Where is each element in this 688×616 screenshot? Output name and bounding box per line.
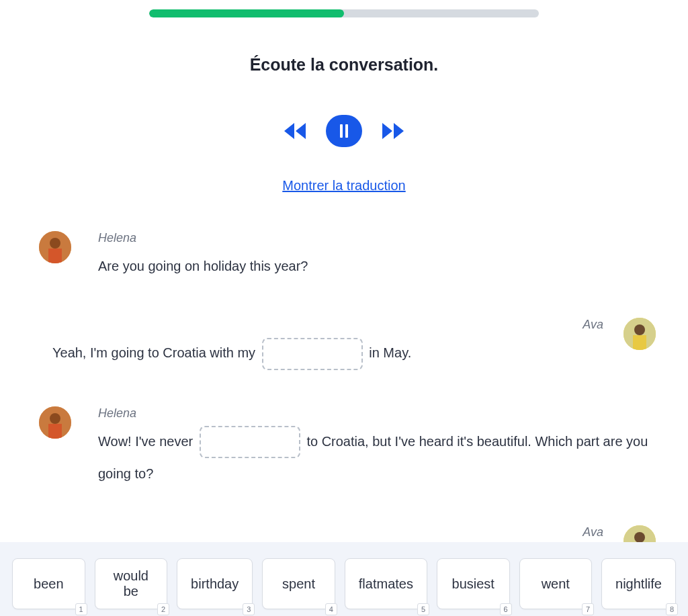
svg-point-3: [50, 238, 60, 249]
message-content: Ava Yeah, I'm going to Croatia with my i…: [39, 318, 603, 370]
message-helena-2: Helena Wow! I've never to Croatia, but I…: [39, 406, 656, 490]
word-label: busiest: [452, 576, 494, 591]
text-fragment: in May.: [366, 345, 412, 360]
svg-point-9: [50, 413, 60, 424]
word-chip-flatmates[interactable]: flatmates 5: [345, 558, 427, 609]
word-chip-been[interactable]: been 1: [12, 558, 85, 609]
word-label: went: [542, 576, 570, 591]
svg-rect-4: [48, 249, 62, 263]
word-label: flatmates: [359, 576, 413, 591]
speaker-name: Helena: [98, 406, 656, 421]
avatar-helena: [39, 406, 71, 439]
shortcut-badge: 4: [325, 603, 337, 615]
svg-point-6: [634, 324, 645, 335]
word-chip-birthday[interactable]: birthday 3: [177, 558, 253, 609]
word-label: spent: [282, 576, 315, 591]
message-text: Are you going on holiday this year?: [98, 251, 656, 281]
shortcut-badge: 6: [500, 603, 512, 615]
word-label: been: [34, 576, 64, 591]
message-helena-1: Helena Are you going on holiday this yea…: [39, 231, 656, 281]
show-translation-link[interactable]: Montrer la traduction: [0, 178, 688, 193]
progress-fill: [149, 9, 344, 17]
message-text: Wow! I've never to Croatia, but I've hea…: [98, 426, 656, 490]
instruction-text: Écoute la conversation.: [0, 55, 688, 75]
svg-rect-7: [633, 335, 646, 350]
progress-bar-container: [0, 0, 688, 17]
avatar-ava: [624, 318, 656, 350]
svg-rect-1: [345, 124, 348, 138]
word-chip-would-be[interactable]: would be 2: [95, 558, 168, 609]
speaker-name: Ava: [39, 525, 603, 539]
shortcut-badge: 5: [417, 603, 429, 615]
text-fragment: Yeah, I'm going to Croatia with my: [52, 345, 259, 360]
header-section: Écoute la conversation. Montrer la tradu…: [0, 17, 688, 193]
fill-blank-2[interactable]: [200, 426, 300, 458]
word-chip-spent[interactable]: spent 4: [262, 558, 335, 609]
svg-rect-10: [48, 424, 62, 439]
forward-button[interactable]: [381, 122, 405, 140]
text-fragment: Wow! I've never: [98, 434, 197, 449]
message-content: Helena Wow! I've never to Croatia, but I…: [98, 406, 656, 490]
progress-bar: [149, 9, 539, 17]
message-content: Helena Are you going on holiday this yea…: [98, 231, 656, 281]
shortcut-badge: 7: [582, 603, 594, 615]
rewind-icon: [283, 122, 307, 140]
word-label: birthday: [191, 576, 239, 591]
pause-button[interactable]: [326, 115, 362, 147]
shortcut-badge: 1: [75, 603, 87, 615]
message-text: Yeah, I'm going to Croatia with my in Ma…: [39, 337, 603, 370]
word-chip-went[interactable]: went 7: [519, 558, 593, 609]
fill-blank-1[interactable]: [262, 338, 363, 370]
conversation-area: Helena Are you going on holiday this yea…: [0, 231, 688, 558]
forward-icon: [381, 122, 405, 140]
speaker-name: Ava: [39, 318, 603, 332]
audio-controls: [0, 115, 688, 147]
word-chip-busiest[interactable]: busiest 6: [437, 558, 510, 609]
message-ava-1: Ava Yeah, I'm going to Croatia with my i…: [39, 318, 656, 370]
speaker-name: Helena: [98, 231, 656, 245]
shortcut-badge: 2: [157, 603, 169, 615]
svg-rect-0: [340, 124, 343, 138]
pause-icon: [339, 124, 349, 138]
word-label: nightlife: [615, 576, 662, 591]
word-label: would be: [114, 568, 148, 599]
word-bank: been 1 would be 2 birthday 3 spent 4 fla…: [0, 542, 688, 616]
word-chip-nightlife[interactable]: nightlife 8: [601, 558, 676, 609]
avatar-helena: [39, 231, 71, 263]
shortcut-badge: 3: [243, 603, 255, 615]
rewind-button[interactable]: [283, 122, 307, 140]
shortcut-badge: 8: [666, 603, 678, 615]
